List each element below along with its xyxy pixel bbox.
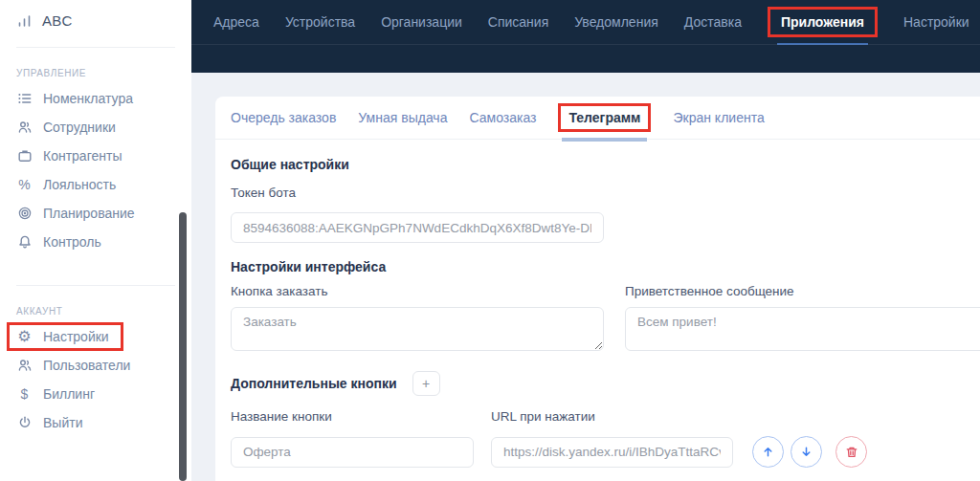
general-settings-heading: Общие настройки — [231, 157, 980, 172]
sidebar-item-sotrudniki[interactable]: Сотрудники — [0, 113, 191, 142]
annotation-box-settings: ⚙ Настройки — [7, 322, 123, 351]
topnav-item-nastroyki[interactable]: Настройки — [903, 14, 969, 30]
button-name-input[interactable] — [231, 437, 474, 468]
sidebar-section-account: АККАУНТ — [0, 286, 191, 322]
telegram-settings-form: Общие настройки Токен бота Настройки инт… — [215, 157, 980, 481]
gear-icon: ⚙ — [16, 329, 33, 344]
sidebar-item-label: Пользователи — [43, 358, 130, 373]
greeting-message-label: Приветственное сообщение — [625, 284, 980, 298]
sidebar-item-label: Лояльность — [43, 177, 116, 192]
tab-label: Телеграмм — [568, 110, 640, 125]
topnav-item-prilozheniya-active[interactable]: Приложения — [781, 14, 864, 30]
briefcase-icon — [16, 148, 33, 164]
move-up-button[interactable] — [752, 436, 784, 468]
sidebar-item-loyalnost[interactable]: % Лояльность — [0, 170, 191, 199]
move-down-button[interactable] — [791, 436, 822, 468]
app-logo-label: ABC — [42, 12, 73, 29]
sidebar-item-label: Биллинг — [43, 386, 95, 402]
annotation-box-telegramm: Телеграмм — [558, 103, 651, 132]
app-logo[interactable]: ABC — [0, 0, 191, 29]
topnav-item-ustroystva[interactable]: Устройства — [285, 14, 355, 30]
arrow-up-icon — [761, 445, 775, 459]
sidebar-item-label: Контрагенты — [43, 148, 122, 164]
users-icon — [16, 120, 33, 135]
settings-panel: Очередь заказов Умная выдача Самозаказ Т… — [215, 97, 980, 481]
sidebar-item-label: Планирование — [43, 206, 135, 221]
sidebar-item-vyiti[interactable]: Выйти — [0, 408, 191, 437]
greeting-message-textarea[interactable]: Всем привет! — [625, 307, 980, 351]
topnav-item-spisaniya[interactable]: Списания — [488, 14, 548, 30]
order-button-textarea[interactable]: Заказать — [231, 307, 604, 351]
bot-token-input[interactable] — [231, 212, 604, 243]
topnav-item-dostavka[interactable]: Доставка — [684, 14, 742, 30]
sidebar-item-polzovateli[interactable]: Пользователи — [0, 351, 191, 380]
topbar-divider — [191, 44, 980, 45]
sidebar-item-nastroyki[interactable]: ⚙ Настройки — [0, 322, 191, 351]
percent-icon: % — [16, 178, 33, 191]
plus-icon: + — [422, 376, 430, 391]
button-url-input[interactable] — [491, 437, 733, 468]
sidebar-item-label: Контроль — [43, 234, 101, 250]
sidebar-item-billing[interactable]: $ Биллинг — [0, 380, 191, 408]
app-tabs: Очередь заказов Умная выдача Самозаказ Т… — [215, 97, 980, 140]
sidebar-section-management: УПРАВЛЕНИЕ — [0, 48, 191, 84]
interface-settings-heading: Настройки интерфейса — [231, 259, 980, 274]
top-nav: Адреса Устройства Организации Списания У… — [191, 0, 980, 44]
topnav-item-uvedomleniya[interactable]: Уведомления — [574, 14, 658, 30]
tab-ekran-klienta[interactable]: Экран клиента — [673, 97, 764, 139]
sidebar-item-label: Выйти — [43, 415, 82, 430]
tab-ochered-zakazov[interactable]: Очередь заказов — [231, 97, 336, 139]
trash-icon — [845, 446, 858, 459]
sidebar-item-label: Сотрудники — [43, 120, 116, 135]
sidebar-item-label: Настройки — [43, 329, 109, 344]
sidebar-item-nomenklatura[interactable]: Номенклатура — [0, 84, 191, 113]
sidebar: ABC УПРАВЛЕНИЕ Номенклатура Сотрудники — [0, 0, 191, 481]
tab-samozakaz[interactable]: Самозаказ — [469, 97, 536, 139]
top-navbar: Адреса Устройства Организации Списания У… — [191, 0, 980, 73]
tab-umnaya-vydacha[interactable]: Умная выдача — [358, 97, 447, 139]
sidebar-scrollbar[interactable] — [179, 212, 187, 481]
arrow-down-icon — [799, 445, 813, 459]
sidebar-item-planirovanie[interactable]: Планирование — [0, 199, 191, 228]
delete-button[interactable] — [835, 436, 867, 468]
button-name-label: Название кнопки — [231, 409, 474, 424]
annotation-box-prilozheniya: Приложения — [768, 7, 878, 37]
list-icon — [16, 91, 33, 106]
topnav-item-organizatsii[interactable]: Организации — [381, 14, 462, 30]
sidebar-item-kontrol[interactable]: Контроль — [0, 228, 191, 256]
button-url-label: URL при нажатии — [491, 409, 733, 424]
bot-token-label: Токен бота — [231, 186, 980, 200]
bell-icon — [16, 234, 33, 250]
users-icon — [16, 358, 33, 373]
power-icon — [16, 415, 33, 430]
bar-chart-icon — [16, 13, 33, 29]
tab-telegramm-active[interactable]: Телеграмм — [558, 97, 651, 139]
dollar-icon: $ — [16, 387, 33, 401]
add-button[interactable]: + — [412, 371, 440, 396]
sidebar-item-label: Номенклатура — [43, 91, 133, 106]
topnav-item-adresa[interactable]: Адреса — [213, 14, 259, 30]
order-button-label: Кнопка заказать — [231, 284, 604, 298]
sidebar-item-kontragenty[interactable]: Контрагенты — [0, 142, 191, 170]
extra-buttons-heading: Дополнительные кнопки — [231, 376, 397, 391]
target-icon — [16, 206, 33, 221]
